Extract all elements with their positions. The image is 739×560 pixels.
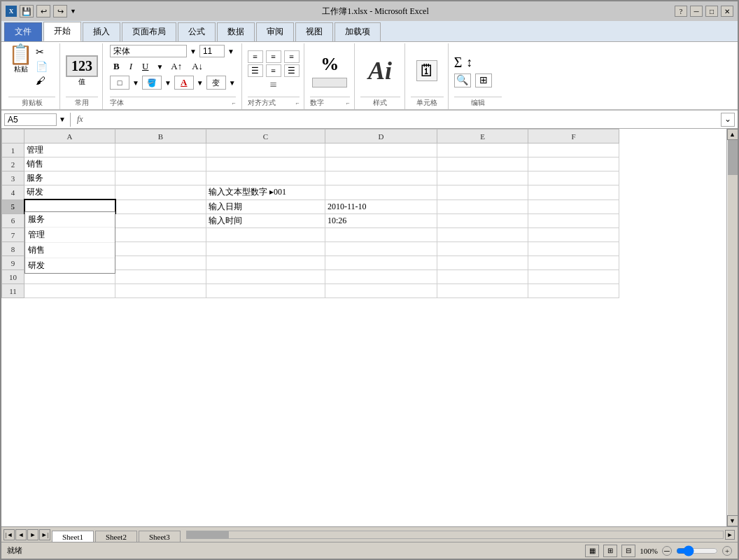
col-header-f[interactable]: F	[528, 130, 619, 144]
cell-a4[interactable]: 研发	[24, 186, 115, 200]
col-header-e[interactable]: E	[437, 130, 528, 144]
row-header-4[interactable]: 4	[2, 186, 24, 200]
decrease-font-button[interactable]: A↓	[188, 59, 206, 74]
font-name-dropdown[interactable]: ▼	[190, 48, 197, 55]
font-color-button[interactable]: A	[174, 76, 194, 90]
cell-f2[interactable]	[528, 158, 619, 172]
sheet-nav-prev[interactable]: ◄	[15, 529, 27, 540]
percent-button[interactable]: %	[321, 54, 339, 75]
cell-d2[interactable]	[325, 158, 437, 172]
copy-button[interactable]: 📄	[36, 61, 48, 73]
scroll-thumb[interactable]	[728, 140, 738, 175]
col-header-a[interactable]: A	[24, 130, 115, 144]
tab-formulas[interactable]: 公式	[178, 22, 216, 41]
sheet-nav-last[interactable]: ►|	[39, 529, 50, 540]
cell-c7[interactable]	[206, 228, 325, 242]
sheet-tab-3[interactable]: Sheet3	[139, 531, 181, 542]
cell-a3[interactable]: 服务	[24, 172, 115, 186]
view-break-button[interactable]: ⊟	[621, 545, 635, 557]
cell-c1[interactable]	[206, 144, 325, 158]
tab-home[interactable]: 开始	[43, 22, 81, 41]
row-header-6[interactable]: 6	[2, 214, 24, 228]
row-header-2[interactable]: 2	[2, 158, 24, 172]
autocomplete-item-yanfa[interactable]: 研发	[25, 258, 115, 273]
autocomplete-item-xiaoshou[interactable]: 销售	[25, 243, 115, 258]
cell-a11[interactable]	[24, 284, 115, 298]
align-bottom-button[interactable]: ≡	[284, 50, 300, 63]
sheet-tab-2[interactable]: Sheet2	[95, 531, 137, 542]
underline-dropdown[interactable]: ▼	[155, 62, 164, 71]
row-header-7[interactable]: 7	[2, 228, 24, 242]
autocomplete-item-guanli[interactable]: 管理	[25, 227, 115, 243]
cell-f9[interactable]	[528, 256, 619, 270]
underline-button[interactable]: U	[139, 59, 152, 74]
cell-b4[interactable]	[115, 186, 206, 200]
border-dropdown[interactable]: ▼	[132, 79, 139, 87]
row-header-10[interactable]: 10	[2, 270, 24, 284]
col-header-d[interactable]: D	[325, 130, 437, 144]
corner-header[interactable]	[2, 130, 24, 144]
cell-e6[interactable]	[437, 214, 528, 228]
cell-e3[interactable]	[437, 172, 528, 186]
cell-d5[interactable]: 2010-11-10	[325, 200, 437, 214]
cell-c10[interactable]	[206, 270, 325, 284]
cell-b11[interactable]	[115, 284, 206, 298]
cell-d10[interactable]	[325, 270, 437, 284]
cell-e4[interactable]	[437, 186, 528, 200]
cell-f5[interactable]	[528, 200, 619, 214]
sheet-nav-first[interactable]: |◄	[3, 529, 15, 540]
autocomplete-item-fuwu[interactable]: 服务	[25, 212, 115, 227]
align-right-button[interactable]: ☰	[284, 64, 300, 77]
cell-a2[interactable]: 销售	[24, 158, 115, 172]
cell-c6[interactable]: 输入时间	[206, 214, 325, 228]
special-button[interactable]: 变	[206, 76, 226, 90]
name-box[interactable]	[4, 113, 57, 126]
tab-page-layout[interactable]: 页面布局	[122, 22, 176, 41]
align-top-button[interactable]: ≡	[248, 50, 263, 63]
cell-d4[interactable]	[325, 186, 437, 200]
increase-font-button[interactable]: A↑	[167, 59, 185, 74]
help-btn[interactable]: ?	[675, 6, 687, 17]
autocomplete-dropdown[interactable]: 服务 管理 销售 研发	[24, 211, 115, 274]
cell-e11[interactable]	[437, 284, 528, 298]
cell-f3[interactable]	[528, 172, 619, 186]
sigma-button[interactable]: Σ	[454, 55, 463, 71]
font-name-input[interactable]	[110, 45, 187, 57]
cell-d3[interactable]	[325, 172, 437, 186]
tab-insert[interactable]: 插入	[83, 22, 120, 41]
cell-b1[interactable]	[115, 144, 206, 158]
cell-e8[interactable]	[437, 242, 528, 256]
font-expand-icon[interactable]: ⌐	[232, 99, 236, 106]
close-button[interactable]: ✕	[721, 6, 733, 17]
row-header-5[interactable]: 5	[2, 200, 24, 214]
cell-e10[interactable]	[437, 270, 528, 284]
cell-b10[interactable]	[115, 270, 206, 284]
cell-f7[interactable]	[528, 228, 619, 242]
cell-c9[interactable]	[206, 256, 325, 270]
tab-data[interactable]: 数据	[217, 22, 255, 41]
align-center-button[interactable]: ≡	[266, 64, 281, 77]
cell-e5[interactable]	[437, 200, 528, 214]
quick-save-button[interactable]: 💾	[20, 5, 34, 18]
zoom-minus-button[interactable]: ─	[662, 546, 672, 556]
font-color-dropdown[interactable]: ▼	[197, 79, 204, 87]
number-expand-icon[interactable]: ⌐	[346, 99, 350, 106]
paste-button[interactable]: 📋 粘贴	[8, 45, 33, 74]
cell-f11[interactable]	[528, 284, 619, 298]
fill-color-button[interactable]: 🪣	[142, 76, 162, 90]
col-header-c[interactable]: C	[206, 130, 325, 144]
row-header-9[interactable]: 9	[2, 256, 24, 270]
cell-b2[interactable]	[115, 158, 206, 172]
italic-button[interactable]: I	[126, 59, 136, 74]
border-button[interactable]: □	[110, 76, 129, 90]
col-header-b[interactable]: B	[115, 130, 206, 144]
align-left-button[interactable]: ☰	[248, 64, 263, 77]
align-middle-button[interactable]: ≡	[266, 50, 281, 63]
alignment-expand-icon[interactable]: ⌐	[296, 99, 300, 106]
zoom-slider[interactable]	[676, 547, 718, 555]
cell-d9[interactable]	[325, 256, 437, 270]
font-size-input[interactable]	[199, 45, 225, 57]
cell-d6[interactable]: 10:26	[325, 214, 437, 228]
row-header-3[interactable]: 3	[2, 172, 24, 186]
cell-e1[interactable]	[437, 144, 528, 158]
